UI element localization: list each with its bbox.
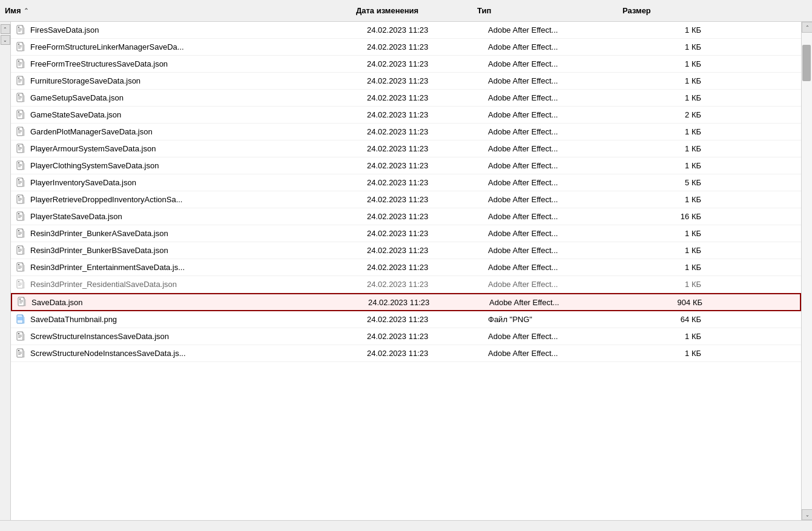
- table-header: Имя ⌃ Дата изменения Тип Размер: [0, 0, 812, 22]
- svg-rect-28: [18, 114, 22, 115]
- file-date-cell: 24.02.2023 11:23: [362, 108, 483, 122]
- file-size-cell: 904 КБ: [630, 295, 715, 309]
- file-date-cell: 24.02.2023 11:23: [362, 142, 483, 156]
- svg-rect-1: [18, 27, 19, 28]
- vscroll-thumb[interactable]: [802, 45, 811, 81]
- file-size-cell: 1 КБ: [629, 243, 713, 257]
- file-size-cell: 1 КБ: [629, 57, 713, 71]
- file-name-text: FreeFormTreeStructuresSaveData.json: [30, 59, 168, 68]
- table-row[interactable]: GameStateSaveData.json24.02.2023 11:23Ad…: [11, 107, 801, 124]
- table-row[interactable]: ScrewStructureInstancesSaveData.json24.0…: [11, 328, 801, 345]
- file-name-text: SaveDataThumbnail.png: [30, 315, 117, 324]
- svg-rect-82: [19, 300, 23, 301]
- svg-rect-71: [18, 264, 19, 265]
- table-row[interactable]: ScrewStructureNodeInstancesSaveData.js..…: [11, 345, 801, 362]
- svg-rect-16: [18, 78, 19, 79]
- file-name-cell: GardenPlotManagerSaveData.json: [11, 124, 362, 140]
- file-date-cell: 24.02.2023 11:23: [363, 295, 484, 309]
- file-list: FiresSaveData.json24.02.2023 11:23Adobe …: [11, 22, 801, 520]
- file-size-cell: 1 КБ: [629, 260, 713, 274]
- file-type-cell: Adobe After Effect...: [483, 243, 629, 257]
- table-row[interactable]: PlayerRetrieveDroppedInventoryActionSa..…: [11, 191, 801, 208]
- file-date-cell: 24.02.2023 11:23: [362, 159, 483, 173]
- table-row[interactable]: Resin3dPrinter_BunkerASaveData.json24.02…: [11, 225, 801, 242]
- json-file-icon: [16, 194, 27, 205]
- column-date[interactable]: Дата изменения: [351, 4, 472, 18]
- file-date-cell: 24.02.2023 11:23: [362, 209, 483, 223]
- vscroll-track[interactable]: [802, 33, 812, 509]
- file-name-cell: Resin3dPrinter_BunkerBSaveData.json: [11, 243, 362, 259]
- column-size[interactable]: Размер: [618, 4, 702, 18]
- file-name-text: GameStateSaveData.json: [30, 110, 121, 119]
- svg-rect-41: [18, 162, 19, 163]
- svg-rect-36: [18, 145, 19, 147]
- file-name-text: Resin3dPrinter_ResidentialSaveData.json: [30, 280, 177, 289]
- svg-rect-37: [18, 147, 22, 148]
- svg-rect-73: [18, 267, 22, 268]
- file-size-cell: 1 КБ: [629, 226, 713, 240]
- file-size-cell: 16 КБ: [629, 209, 713, 223]
- file-name-text: FreeFormStructureLinkerManagerSaveDa...: [30, 42, 184, 51]
- json-file-icon: [17, 297, 28, 308]
- svg-rect-53: [18, 199, 22, 200]
- svg-rect-81: [19, 298, 21, 300]
- file-date-cell: 24.02.2023 11:23: [362, 74, 483, 88]
- table-row[interactable]: GardenPlotManagerSaveData.json24.02.2023…: [11, 124, 801, 140]
- table-row[interactable]: PlayerStateSaveData.json24.02.2023 11:23…: [11, 208, 801, 225]
- file-size-cell: 1 КБ: [629, 74, 713, 88]
- svg-rect-27: [18, 113, 22, 114]
- table-row[interactable]: Resin3dPrinter_EntertainmentSaveData.js.…: [11, 259, 801, 276]
- table-row[interactable]: Resin3dPrinter_ResidentialSaveData.json2…: [11, 276, 801, 293]
- file-size-cell: 64 КБ: [629, 312, 713, 326]
- svg-rect-88: [18, 333, 19, 334]
- column-name[interactable]: Имя ⌃: [0, 4, 351, 18]
- svg-rect-84: [19, 303, 22, 303]
- table-row[interactable]: GameSetupSaveData.json24.02.2023 11:23Ad…: [11, 90, 801, 107]
- svg-rect-69: [18, 251, 21, 252]
- vscroll-top-button[interactable]: ⌃: [802, 22, 812, 33]
- table-row[interactable]: FreeFormTreeStructuresSaveData.json24.02…: [11, 56, 801, 73]
- vscroll-bottom-button[interactable]: ⌄: [802, 509, 812, 520]
- table-row[interactable]: SaveDataThumbnail.png24.02.2023 11:23Фай…: [11, 311, 801, 328]
- file-name-text: GameSetupSaveData.json: [30, 93, 124, 102]
- svg-rect-29: [18, 116, 21, 116]
- file-name-text: PlayerRetrieveDroppedInventoryActionSa..…: [30, 195, 182, 204]
- table-row[interactable]: PlayerInventorySaveData.json24.02.2023 1…: [11, 174, 801, 191]
- right-scroll-bar[interactable]: ⌃ ⌄: [801, 22, 812, 520]
- svg-rect-22: [18, 96, 22, 97]
- file-date-cell: 24.02.2023 11:23: [362, 277, 483, 291]
- file-type-cell: Adobe After Effect...: [483, 40, 629, 54]
- file-name-cell: PlayerRetrieveDroppedInventoryActionSa..…: [11, 192, 362, 208]
- table-row[interactable]: SaveData.json24.02.2023 11:23Adobe After…: [11, 293, 801, 311]
- column-type[interactable]: Тип: [472, 4, 618, 18]
- file-size-cell: 5 КБ: [629, 176, 713, 190]
- file-type-cell: Adobe After Effect...: [483, 159, 629, 173]
- file-date-cell: 24.02.2023 11:23: [362, 243, 483, 257]
- table-row[interactable]: PlayerArmourSystemSaveData.json24.02.202…: [11, 140, 801, 157]
- bottom-scroll-area: [0, 520, 812, 531]
- table-row[interactable]: PlayerClothingSystemSaveData.json24.02.2…: [11, 157, 801, 174]
- scroll-down-arrow[interactable]: ⌄: [1, 35, 10, 45]
- svg-rect-18: [18, 81, 22, 81]
- file-size-cell: 1 КБ: [629, 23, 713, 37]
- file-name-cell: GameSetupSaveData.json: [11, 90, 362, 106]
- file-name-text: ScrewStructureNodeInstancesSaveData.js..…: [30, 349, 186, 358]
- json-file-icon: [16, 160, 27, 171]
- svg-rect-47: [18, 181, 22, 182]
- table-row[interactable]: FreeFormStructureLinkerManagerSaveDa...2…: [11, 39, 801, 56]
- svg-rect-19: [18, 82, 21, 82]
- table-row[interactable]: FiresSaveData.json24.02.2023 11:23Adobe …: [11, 22, 801, 39]
- file-name-cell: GameStateSaveData.json: [11, 107, 362, 123]
- svg-rect-86: [18, 317, 22, 320]
- json-file-icon: [16, 228, 27, 239]
- table-row[interactable]: Resin3dPrinter_BunkerBSaveData.json24.02…: [11, 242, 801, 259]
- scroll-up-arrow[interactable]: ⌃: [1, 24, 10, 34]
- file-name-cell: SaveDataThumbnail.png: [11, 312, 362, 328]
- file-name-cell: PlayerStateSaveData.json: [11, 209, 362, 225]
- svg-rect-52: [18, 198, 22, 199]
- file-name-text: Resin3dPrinter_EntertainmentSaveData.js.…: [30, 263, 185, 272]
- table-row[interactable]: FurnitureStorageSaveData.json24.02.2023 …: [11, 73, 801, 90]
- svg-rect-4: [18, 31, 21, 31]
- svg-rect-96: [18, 354, 21, 355]
- json-file-icon: [16, 279, 27, 290]
